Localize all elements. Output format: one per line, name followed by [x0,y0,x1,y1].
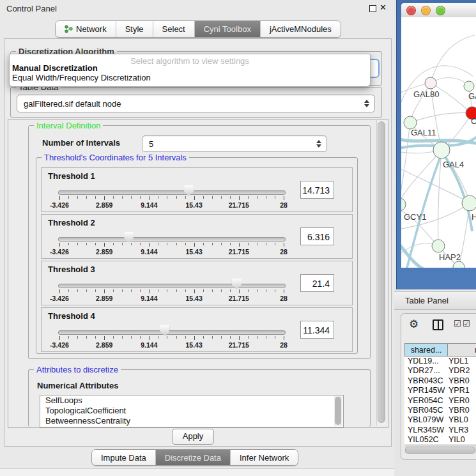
table-row[interactable]: YLR345WYLR3 [404,426,476,435]
thresholds-group-label: Threshold's Coordinates for 5 Intervals [42,153,189,162]
horizontal-scrollbar[interactable] [404,445,476,454]
cell-shared-name[interactable]: YIL052C [404,435,449,444]
tab-infer-network[interactable]: Infer Network [231,450,298,465]
slider-tick [131,289,132,292]
split-column-icon[interactable] [433,319,443,330]
vertical-scrollbar[interactable] [376,120,386,426]
slider-tick [221,289,222,292]
close-icon[interactable]: ✕ [380,3,387,12]
table-data-combobox[interactable]: galFiltered.sif default node [17,95,375,112]
table-row[interactable]: YIL052CYIL0 [404,435,476,444]
slider-tick [59,289,60,293]
table-row[interactable]: YPR145WYPR1 [404,386,476,395]
cell-name[interactable]: YLR3 [449,426,476,435]
slider-tick [140,289,141,292]
node-gal4[interactable] [433,142,450,158]
attributes-scrollbar[interactable] [334,396,342,426]
numerical-attributes-list[interactable]: SelfLoopsTopologicalCoefficientBetweenne… [40,395,344,427]
table-row[interactable]: YDL19...YDL1 [404,357,476,366]
network-window-titlebar[interactable] [401,3,476,17]
cell-shared-name[interactable]: YER054C [404,396,449,406]
table-row[interactable]: YDR27...YDR2 [404,366,476,376]
attributes-scrollbar-thumb[interactable] [335,397,341,425]
minimize-traffic-light-icon[interactable] [421,6,431,15]
slider-tick [68,336,69,339]
network-canvas[interactable]: GAL80 GA C GAL11 GAL4 GCY1 H HAP2 [401,17,476,268]
algorithm-option-1[interactable]: Manual Discretization [12,63,98,73]
node-bottom-partial[interactable] [453,261,464,268]
threshold-value-field[interactable]: 14.713 [300,181,334,199]
attribute-list-item[interactable]: BetweennessCentrality [40,416,343,426]
node-ga[interactable] [464,81,474,91]
slider-tick [275,289,275,292]
cell-name[interactable]: YBL0 [449,415,476,425]
slider-tick [248,243,249,245]
threshold-slider-track[interactable] [58,190,286,195]
tab-discretize-data[interactable]: Discretize Data [156,450,231,465]
gear-icon[interactable]: ⚙ [409,318,418,331]
column-header-shared-name[interactable]: shared... [404,343,448,357]
cell-shared-name[interactable]: YLR345W [404,426,449,435]
node-gcy1[interactable] [401,198,406,211]
node-gal11[interactable] [404,116,417,129]
cell-shared-name[interactable]: YBL079W [404,415,449,425]
tab-select[interactable]: Select [153,21,195,37]
checkbox-icon[interactable]: ☑ [454,319,461,328]
cell-shared-name[interactable]: YPR145W [404,386,449,395]
cell-name[interactable]: YDR2 [449,366,476,376]
node-h[interactable] [462,196,476,211]
slider-tick-label: 15.43 [185,201,202,209]
close-traffic-light-icon[interactable] [406,6,416,15]
node-gal80[interactable] [425,77,436,89]
tab-style[interactable]: Style [116,21,153,37]
threshold-panel-3: Threshold 3-3.4262.8599.14415.4321.71528… [41,261,353,305]
table-row[interactable]: YER054CYER0 [404,396,476,406]
threshold-value-field[interactable]: 6.316 [300,227,334,245]
table-row[interactable]: YBR045CYBR0 [404,406,476,415]
cell-shared-name[interactable]: YDR27... [404,366,449,376]
checkbox-icon[interactable]: ☑ [463,319,470,328]
node-hap2[interactable] [432,240,445,252]
slider-tick [104,289,105,293]
threshold-value-field[interactable]: 21.4 [300,274,334,292]
tab-jactivemnodules[interactable]: jActiveMNodules [261,21,341,37]
threshold-slider-track[interactable] [58,284,286,288]
attribute-list-item[interactable]: SelfLoops [40,395,343,406]
cell-name[interactable]: YER0 [449,396,476,406]
slider-tick [104,243,105,247]
slider-tick [122,196,123,199]
apply-button[interactable]: Apply [172,429,214,445]
zoom-traffic-light-icon[interactable] [436,6,445,15]
cell-name[interactable]: YIL0 [449,435,476,444]
slider-tick [167,336,167,339]
cell-name[interactable]: YBR0 [449,406,476,415]
slider-tick [158,243,158,245]
tab-label: Select [162,24,185,34]
threshold-slider-track[interactable] [58,237,286,242]
tab-impute-data[interactable]: Impute Data [92,450,156,465]
column-header-name[interactable]: n [448,343,476,357]
threshold-value-field[interactable]: 11.344 [300,321,334,339]
cell-shared-name[interactable]: YBR045C [404,406,449,415]
horizontal-scrollbar-thumb[interactable] [405,447,475,454]
algorithm-option-2[interactable]: Equal Width/Frequency Discretization [12,73,151,82]
number-of-intervals-combobox[interactable]: 5 [142,135,327,152]
cell-shared-name[interactable]: YBR043C [404,376,449,386]
attribute-list-item[interactable]: TopologicalCoefficient [40,406,343,416]
vertical-scrollbar-thumb[interactable] [378,121,385,423]
table-row[interactable]: YBL079WYBL0 [404,415,476,425]
tab-network[interactable]: Network [56,21,116,37]
cell-name[interactable]: YPR1 [449,386,476,395]
slider-tick [167,196,167,199]
table-panel-title: Table Panel [405,296,449,305]
cell-shared-name[interactable]: YDL19... [404,357,449,366]
float-window-icon[interactable] [369,5,376,12]
cell-name[interactable]: YBR0 [449,376,476,386]
tab-cyni-toolbox[interactable]: Cyni Toolbox [195,21,261,37]
table-row[interactable]: YBR043CYBR0 [404,376,476,386]
threshold-slider-track[interactable] [58,330,286,335]
node-label: GCY1 [404,212,426,222]
slider-tick [284,196,284,200]
slider-tick-label: -3.426 [50,201,69,209]
cell-name[interactable]: YDL1 [449,357,476,366]
